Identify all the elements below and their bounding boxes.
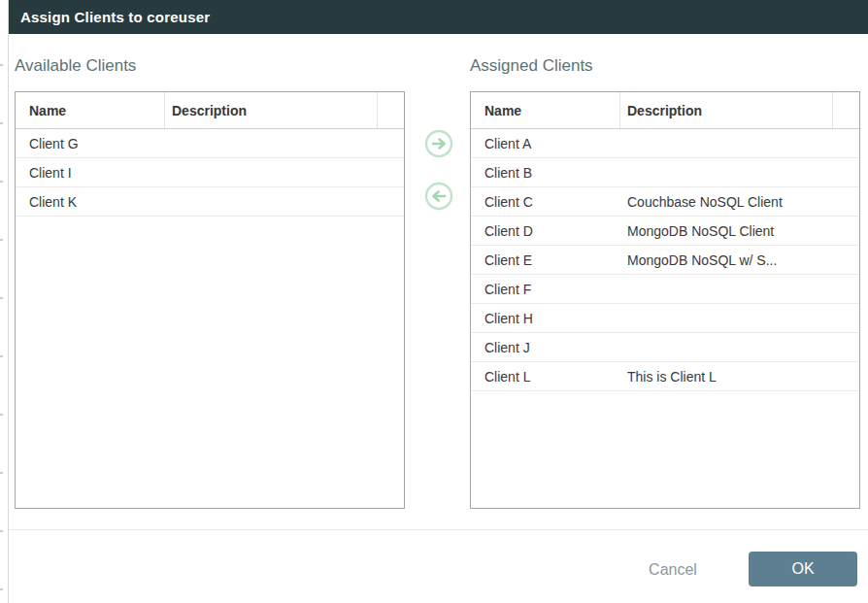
arrow-right-circle-icon (424, 129, 453, 158)
assigned-clients-heading: Assigned Clients (470, 56, 593, 76)
unassign-button[interactable] (424, 182, 453, 211)
table-row[interactable]: Client A (471, 129, 859, 158)
table-row[interactable]: Client K (16, 187, 404, 217)
table-row[interactable]: Client L This is Client L (471, 362, 859, 391)
cancel-button[interactable]: Cancel (634, 555, 712, 585)
column-header-extra (378, 92, 404, 128)
client-description: Couchbase NoSQL Client (620, 194, 833, 210)
assigned-clients-table: Name Description Client A Client B Clien… (470, 91, 860, 509)
assigned-table-header: Name Description (471, 92, 859, 129)
client-name: Client B (471, 165, 620, 181)
footer-divider (9, 529, 868, 530)
client-name: Client E (471, 252, 620, 268)
column-header-description: Description (620, 92, 833, 128)
available-clients-table: Name Description Client G Client I Clien… (15, 91, 405, 509)
table-row[interactable]: Client I (16, 158, 404, 187)
table-row[interactable]: Client H (471, 304, 859, 333)
column-header-extra (833, 92, 859, 128)
ok-button[interactable]: OK (749, 552, 857, 586)
transfer-controls (423, 129, 454, 211)
client-name: Client J (471, 340, 620, 355)
table-row[interactable]: Client B (471, 158, 859, 187)
available-clients-heading: Available Clients (15, 56, 136, 76)
client-name: Client L (471, 369, 620, 385)
dialog-title: Assign Clients to coreuser (20, 9, 210, 25)
arrow-left-circle-icon (424, 182, 453, 211)
screen: Assign Clients to coreuser Available Cli… (0, 0, 868, 603)
column-header-name: Name (471, 92, 620, 128)
client-description: MongoDB NoSQL w/ S... (620, 252, 833, 268)
column-header-description: Description (165, 92, 378, 128)
assign-clients-dialog: Assign Clients to coreuser Available Cli… (8, 0, 868, 603)
dialog-title-bar: Assign Clients to coreuser (9, 0, 868, 34)
client-name: Client H (471, 311, 620, 326)
client-name: Client C (471, 194, 620, 210)
client-description: MongoDB NoSQL Client (620, 223, 833, 239)
client-name: Client G (16, 136, 165, 151)
client-name: Client K (16, 194, 165, 210)
assign-button[interactable] (424, 129, 453, 158)
table-row[interactable]: Client C Couchbase NoSQL Client (471, 187, 859, 217)
table-row[interactable]: Client E MongoDB NoSQL w/ S... (471, 246, 859, 275)
available-table-header: Name Description (16, 92, 404, 129)
client-name: Client D (471, 223, 620, 239)
table-row[interactable]: Client G (16, 129, 404, 158)
column-header-name: Name (16, 92, 165, 128)
client-description: This is Client L (620, 369, 833, 385)
client-name: Client A (471, 136, 620, 151)
table-row[interactable]: Client D MongoDB NoSQL Client (471, 217, 859, 246)
client-name: Client F (471, 282, 620, 297)
background-page-edge (0, 0, 8, 603)
client-name: Client I (16, 165, 165, 181)
table-row[interactable]: Client F (471, 275, 859, 304)
table-row[interactable]: Client J (471, 333, 859, 362)
